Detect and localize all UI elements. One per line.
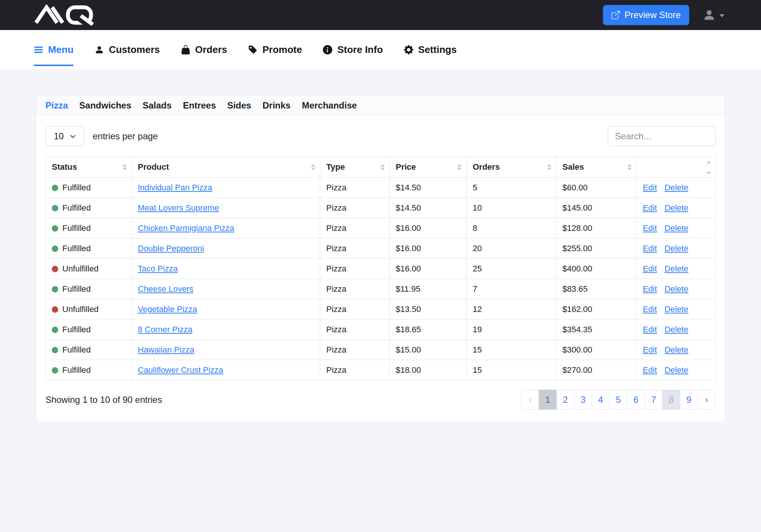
aiq-logo[interactable] [34, 5, 101, 26]
orders-cell: 5 [467, 178, 556, 198]
delete-link[interactable]: Delete [665, 264, 689, 273]
tab-merchandise[interactable]: Merchandise [302, 100, 357, 111]
status-label: Fulfilled [62, 223, 91, 233]
product-cell: 8 Corner Pizza [132, 320, 320, 340]
column-header-sales[interactable]: Sales [556, 157, 637, 178]
tab-sandwiches[interactable]: Sandwiches [79, 100, 131, 111]
delete-link[interactable]: Delete [665, 304, 689, 314]
status-label: Fulfilled [62, 203, 91, 212]
pagination-page-3[interactable]: 3 [574, 390, 592, 410]
pagination-prev[interactable]: ‹ [521, 390, 539, 410]
pagination-page-8[interactable]: 8 [662, 390, 680, 410]
sort-icon[interactable] [380, 164, 385, 170]
price-cell: $16.00 [390, 238, 467, 259]
product-link[interactable]: Hawaiian Pizza [138, 345, 194, 354]
nav-item-orders[interactable]: Orders [181, 30, 227, 69]
product-link[interactable]: Meat Lovers Supreme [138, 203, 219, 212]
edit-link[interactable]: Edit [643, 345, 657, 354]
delete-link[interactable]: Delete [665, 345, 689, 354]
pagination-page-9[interactable]: 9 [680, 390, 698, 410]
actions-cell: EditDelete [637, 320, 716, 340]
type-cell: Pizza [320, 320, 390, 340]
topbar: Preview Store [0, 0, 761, 30]
actions-cell: EditDelete [637, 279, 716, 299]
tab-pizza[interactable]: Pizza [45, 100, 68, 111]
edit-link[interactable]: Edit [643, 244, 657, 253]
pagination-page-4[interactable]: 4 [592, 390, 610, 410]
product-link[interactable]: Taco Pizza [138, 264, 178, 273]
sort-up-icon[interactable] [707, 171, 711, 173]
edit-link[interactable]: Edit [643, 365, 657, 375]
nav-item-customers[interactable]: Customers [95, 30, 160, 69]
product-link[interactable]: Cheese Lovers [138, 284, 193, 294]
nav-item-settings[interactable]: Settings [404, 30, 457, 69]
edit-link[interactable]: Edit [643, 264, 657, 273]
column-header-orders[interactable]: Orders [467, 157, 556, 178]
status-dot-fulfilled [52, 286, 58, 292]
sort-icon[interactable] [311, 164, 315, 170]
product-cell: Double Pepperoni [132, 238, 320, 259]
edit-link[interactable]: Edit [643, 203, 657, 212]
sales-cell: $60.00 [556, 178, 637, 198]
edit-link[interactable]: Edit [643, 325, 657, 334]
sort-down-icon[interactable] [707, 161, 711, 164]
pagination-page-6[interactable]: 6 [627, 390, 645, 410]
product-link[interactable]: 8 Corner Pizza [138, 325, 193, 334]
pagination-page-1[interactable]: 1 [539, 390, 557, 410]
type-cell: Pizza [320, 259, 390, 279]
tab-entrees[interactable]: Entrees [183, 100, 216, 111]
tab-sides[interactable]: Sides [227, 100, 251, 111]
product-link[interactable]: Vegetable Pizza [138, 304, 197, 314]
person-icon [703, 9, 716, 21]
price-cell: $16.00 [390, 259, 467, 279]
column-header-status[interactable]: Status [46, 157, 132, 178]
sales-cell: $400.00 [556, 259, 637, 279]
pagination-next[interactable]: › [698, 390, 716, 410]
pagination: ‹123456789› [521, 390, 716, 410]
edit-link[interactable]: Edit [643, 223, 657, 233]
search-input[interactable] [608, 126, 716, 146]
pagination-page-5[interactable]: 5 [609, 390, 627, 410]
column-header-type[interactable]: Type [320, 157, 390, 178]
pagination-page-2[interactable]: 2 [556, 390, 574, 410]
external-link-icon [612, 11, 620, 19]
product-link[interactable]: Cauliflower Crust Pizza [138, 365, 223, 375]
pagination-page-7[interactable]: 7 [645, 390, 663, 410]
sort-icon[interactable] [547, 164, 552, 170]
column-header-product[interactable]: Product [132, 157, 320, 178]
delete-link[interactable]: Delete [665, 223, 689, 233]
price-cell: $15.00 [390, 340, 467, 360]
nav-item-promote[interactable]: Promote [248, 30, 302, 69]
nav-item-menu[interactable]: Menu [34, 30, 74, 69]
product-link[interactable]: Chicken Parmigiana Pizza [138, 223, 234, 233]
tab-drinks[interactable]: Drinks [262, 100, 291, 111]
sort-icon[interactable] [457, 164, 462, 170]
preview-store-button[interactable]: Preview Store [603, 5, 689, 25]
sort-icon[interactable] [122, 164, 127, 170]
entries-per-page-select[interactable]: 10 [45, 126, 84, 146]
column-header-actions[interactable] [637, 157, 716, 178]
sort-icon[interactable] [627, 164, 632, 170]
orders-cell: 15 [467, 360, 556, 380]
type-cell: Pizza [320, 299, 390, 320]
product-link[interactable]: Individual Pan Pizza [138, 183, 212, 192]
delete-link[interactable]: Delete [665, 203, 689, 212]
delete-link[interactable]: Delete [665, 365, 689, 375]
status-dot-unfulfilled [52, 306, 58, 313]
delete-link[interactable]: Delete [665, 244, 689, 253]
sales-cell: $162.00 [556, 299, 637, 320]
nav-item-store-info[interactable]: Store Info [323, 30, 383, 69]
gear-icon [404, 45, 413, 54]
column-header-price[interactable]: Price [390, 157, 467, 178]
account-menu[interactable] [703, 9, 725, 21]
tab-salads[interactable]: Salads [143, 100, 172, 111]
edit-link[interactable]: Edit [643, 284, 657, 294]
actions-cell: EditDelete [637, 360, 716, 380]
product-link[interactable]: Double Pepperoni [138, 244, 204, 253]
edit-link[interactable]: Edit [643, 183, 657, 192]
delete-link[interactable]: Delete [665, 183, 689, 192]
edit-link[interactable]: Edit [643, 304, 657, 314]
delete-link[interactable]: Delete [665, 325, 689, 334]
status-label: Unfulfilled [62, 304, 99, 314]
delete-link[interactable]: Delete [665, 284, 689, 294]
